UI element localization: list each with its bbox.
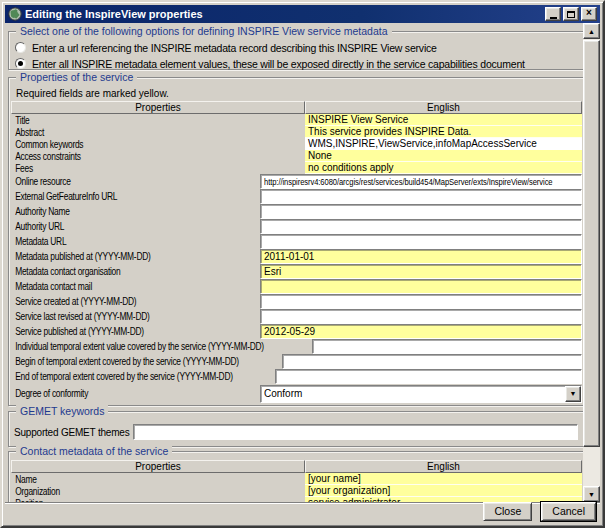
row-begin-temporal-extent: Begin of temporal extent covered by the … [11,354,582,369]
row-label: Access constraints [11,151,258,162]
service-last-revised-at-input[interactable] [260,309,582,324]
online-resource-input[interactable]: http://inspiresrv4:6080/arcgis/rest/serv… [260,174,582,189]
row-metadata-published-at: Metadata published at (YYYY-MM-DD) 2011-… [11,249,582,264]
row-individual-temporal-extent: Individual temporal extent value covered… [11,339,582,354]
fees-value-cell[interactable]: no conditions apply [305,162,582,174]
row-label: Service published at (YYYY-MM-DD) [11,326,220,337]
row-label: Authority URL [11,221,220,232]
option-all-values[interactable]: Enter all INSPIRE metadata element value… [15,56,578,71]
metadata-contact-organisation-input[interactable]: Esri [260,264,582,279]
radio-all-values-icon[interactable] [15,58,26,69]
row-label: Service last revised at (YYYY-MM-DD) [11,311,220,322]
scroll-up-button[interactable]: ▲ [583,23,600,39]
service-created-at-input[interactable] [260,294,582,309]
common-keywords-value-cell[interactable]: WMS,INSPIRE,ViewService,infoMapAccessSer… [305,138,582,150]
row-metadata-contact-mail: Metadata contact mail [11,279,582,294]
scroll-down-button[interactable]: ▼ [583,486,600,502]
option-all-values-label: Enter all INSPIRE metadata element value… [32,58,525,70]
end-temporal-extent-input[interactable] [275,369,582,384]
service-properties-caption: Properties of the service [16,71,137,84]
row-label: Individual temporal extent value covered… [11,341,264,352]
row-contact-organization: Organization [your organization] [11,485,582,497]
degree-of-conformity-select[interactable]: Conform ▼ [260,385,582,403]
table-header: Properties English [11,101,582,114]
abstract-value-cell[interactable]: This service provides INSPIRE Data. [305,126,582,138]
chevron-down-icon: ▼ [570,390,577,397]
column-header-english: English [305,101,582,114]
dialog-window: Editing the InspireView properties × Sel… [0,0,605,528]
title-value-cell[interactable]: INSPIRE View Service [305,114,582,126]
column-header-english: English [305,460,582,473]
row-access-constraints: Access constraints None [11,150,582,162]
row-label: Title [11,115,258,126]
contact-name-value-cell[interactable]: [your name] [305,473,582,485]
begin-temporal-extent-input[interactable] [282,354,582,369]
globe-icon [8,7,22,21]
cancel-button[interactable]: Cancel [541,502,596,521]
row-online-resource: Online resource http://inspiresrv4:6080/… [11,174,582,189]
row-common-keywords: Common keywords WMS,INSPIRE,ViewService,… [11,138,582,150]
row-metadata-url: Metadata URL [11,234,582,249]
contact-organization-value-cell[interactable]: [your organization] [305,485,582,497]
gemet-themes-input[interactable] [133,424,578,440]
row-metadata-contact-organisation: Metadata contact organisation Esri [11,264,582,279]
close-window-button[interactable]: × [581,7,597,21]
maximize-button[interactable] [563,7,579,21]
row-fees: Fees no conditions apply [11,162,582,174]
service-properties-group: Properties of the service Required field… [8,77,585,406]
scroll-down-icon: ▼ [588,491,595,498]
row-service-published-at: Service published at (YYYY-MM-DD) 2012-0… [11,324,582,339]
contact-metadata-group: Contact metadata of the service Properti… [8,451,585,502]
option-url-reference[interactable]: Enter a url referencing the INSPIRE meta… [15,40,578,55]
metadata-options-group: Select one of the following options for … [8,31,585,70]
row-label: Service created at (YYYY-MM-DD) [11,296,220,307]
footer-button-row: Close Cancel [483,502,596,521]
close-button[interactable]: Close [483,502,532,521]
dropdown-button[interactable]: ▼ [565,386,581,402]
row-label: Online resource [11,176,220,187]
row-abstract: Abstract This service provides INSPIRE D… [11,126,582,138]
minimize-icon [550,17,557,19]
degree-of-conformity-value: Conform [261,386,565,402]
row-service-created-at: Service created at (YYYY-MM-DD) [11,294,582,309]
row-label: Name [11,474,258,485]
scroll-up-icon: ▲ [588,28,595,35]
authority-name-input[interactable] [260,204,582,219]
contact-metadata-table: Properties English Name [your name] Orga… [11,460,582,502]
required-fields-note: Required fields are marked yellow. [16,88,582,100]
minimize-button[interactable] [545,7,561,21]
external-getfeatureinfo-url-input[interactable] [260,189,582,204]
row-authority-name: Authority Name [11,204,582,219]
row-label: Organization [11,486,258,497]
service-properties-table: Properties English Title INSPIRE View Se… [11,101,582,403]
metadata-contact-mail-input[interactable] [260,279,582,294]
content-panel: Select one of the following options for … [5,23,588,502]
individual-temporal-extent-input[interactable] [312,339,582,354]
radio-url-reference-icon[interactable] [15,42,26,53]
row-external-getfeatureinfo-url: External GetFeatureInfo URL [11,189,582,204]
metadata-url-input[interactable] [260,234,582,249]
gemet-keywords-caption: GEMET keywords [16,405,108,418]
title-bar[interactable]: Editing the InspireView properties × [5,5,600,23]
authority-url-input[interactable] [260,219,582,234]
gemet-themes-label: Supported GEMET themes [14,427,129,438]
row-degree-of-conformity: Degree of conformity Conform ▼ [11,384,582,403]
metadata-published-at-input[interactable]: 2011-01-01 [260,249,582,264]
row-label: External GetFeatureInfo URL [11,191,220,202]
maximize-icon [567,11,575,18]
scrollbar-thumb[interactable] [583,40,600,447]
access-constraints-value-cell[interactable]: None [305,150,582,162]
row-label: Degree of conformity [11,388,220,399]
column-header-properties: Properties [11,460,305,473]
vertical-scrollbar[interactable]: ▲ ▼ [583,23,600,502]
close-icon: × [586,8,592,18]
metadata-options-caption: Select one of the following options for … [16,25,392,38]
row-label: Metadata published at (YYYY-MM-DD) [11,251,220,262]
row-authority-url: Authority URL [11,219,582,234]
window-title: Editing the InspireView properties [25,8,545,20]
service-published-at-input[interactable]: 2012-05-29 [260,324,582,339]
gemet-keywords-group: GEMET keywords Supported GEMET themes [8,411,585,447]
row-label: Common keywords [11,139,258,150]
table-header: Properties English [11,460,582,473]
row-label: Metadata contact organisation [11,266,220,277]
